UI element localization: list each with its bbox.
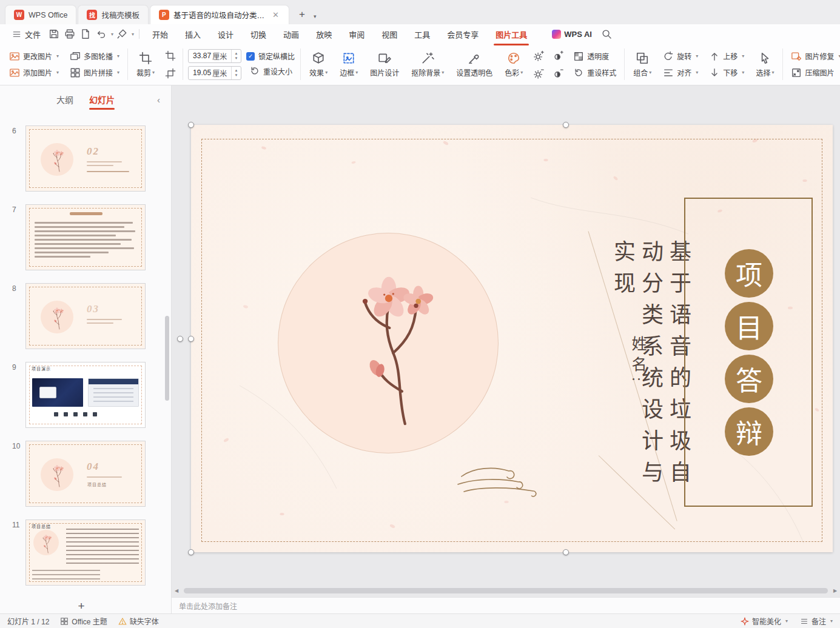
menu-tab-member[interactable]: 会员专享 [439,25,486,43]
new-tab-button[interactable]: + [294,7,310,22]
menu-tab-insert[interactable]: 插入 [177,25,209,43]
change-picture-button[interactable]: 更改图片▾ [6,50,62,63]
format-painter-dropdown-icon[interactable]: ▾ [132,32,134,37]
remove-background-button[interactable]: 抠除背景▾ [408,50,448,79]
menu-tab-transition[interactable]: 切换 [243,25,274,43]
add-slide-button[interactable]: + [0,600,163,613]
theme-button[interactable]: Office 主题 [60,616,107,626]
menu-tab-slideshow[interactable]: 放映 [308,25,340,43]
panel-scrollbar-thumb[interactable] [165,316,169,401]
undo-dropdown-icon[interactable]: ▾ [111,32,113,37]
panel-tab-outline[interactable]: 大纲 [56,93,73,105]
tab-template-doc[interactable]: 找 找稿壳模板 [78,5,149,24]
watercolor-flower-image[interactable] [315,257,463,427]
width-stepper[interactable]: ▲▼ [231,50,241,62]
undo-button[interactable] [94,27,109,41]
search-button[interactable] [599,27,614,41]
picture-design-button[interactable]: 图片设计 [366,50,403,79]
compress-picture-button[interactable]: 压缩图片 [788,66,840,79]
crop-button[interactable]: 裁剪▾ [133,50,158,79]
format-painter-button[interactable] [115,27,129,41]
notes-placeholder: 单击此处添加备注 [179,601,237,611]
selection-handle-outer-left[interactable] [177,336,183,342]
menu-tab-review[interactable]: 审阅 [341,25,372,43]
group-button[interactable]: 组合▾ [630,50,655,79]
slide-9-thumbnail[interactable]: 项目演示 [25,362,146,428]
selection-handle-bottom-left[interactable] [188,549,194,555]
horizontal-scrollbar-thumb[interactable] [184,588,828,593]
menu-tab-design[interactable]: 设计 [210,25,241,43]
slide-7-thumbnail[interactable] [25,204,146,270]
tab-list-chevron-icon[interactable]: ▾ [311,13,319,19]
height-stepper[interactable]: ▲▼ [231,67,241,79]
tab-wps-home[interactable]: W WPS Office [5,5,76,24]
tab-close-icon[interactable]: ✕ [271,10,280,19]
badge-char: 答 [736,359,762,398]
menu-tab-tools[interactable]: 工具 [406,25,438,43]
slide-title-vertical-text[interactable]: 基于语音的垃圾自动分类系统设计与实现 [608,240,692,495]
template-logo-icon: 找 [87,10,97,20]
scroll-left-arrow-icon[interactable]: ◀ [172,587,181,595]
picture-collage-button[interactable]: 图片拼接▾ [67,66,123,79]
scroll-right-arrow-icon[interactable]: ▶ [830,587,840,595]
missing-font-warning[interactable]: 缺失字体 [118,616,159,626]
menu-tab-animation[interactable]: 动画 [275,25,307,43]
send-backward-button[interactable]: 下移▾ [706,66,747,79]
multi-picture-carousel-button[interactable]: 多图轮播▾ [67,50,123,63]
picture-width-input[interactable]: 33.87厘米 ▲▼ [188,49,241,63]
border-button[interactable]: 边框▾ [336,50,361,79]
notes-bar[interactable]: 单击此处添加备注 [172,597,840,613]
slide-10-thumbnail[interactable]: 04 项目总结 [25,441,146,507]
brightness-decrease-button[interactable] [531,66,546,81]
brightness-increase-button[interactable] [531,48,546,63]
slide-number: 9 [0,362,25,428]
print-button[interactable] [62,27,77,41]
selection-handle-top-center[interactable] [563,122,569,128]
panel-tab-slides-active[interactable]: 幻灯片 [89,93,115,105]
thumb-text-line [35,239,132,241]
menu-tab-view[interactable]: 视图 [374,25,405,43]
notes-lines-icon [800,617,808,626]
menu-tab-picture-tools-active[interactable]: 图片工具 [488,25,535,43]
align-button[interactable]: 对齐▾ [660,66,701,79]
slide-editing-area[interactable]: 基于语音的垃圾自动分类系统设计与实现 姓名: 项 目 答 辩 [191,125,833,552]
select-button[interactable]: 选择▾ [752,50,778,79]
wps-ai-button[interactable]: WPS AI [552,30,592,39]
selection-handle-top-left[interactable] [188,122,194,128]
picture-height-input[interactable]: 19.05厘米 ▲▼ [188,66,241,80]
reset-style-button[interactable]: 重设样式 [570,66,619,79]
add-picture-button[interactable]: 添加图片▾ [6,66,62,79]
slide-panel: 大纲 幻灯片 ‹ 6 02 7 [0,85,172,613]
slide-canvas[interactable]: 基于语音的垃圾自动分类系统设计与实现 姓名: 项 目 答 辩 ◀ [172,85,840,597]
notes-toggle-button[interactable]: 备注 ▾ [800,616,833,626]
panel-collapse-icon[interactable]: ‹ [157,95,160,105]
contrast-increase-button[interactable] [551,48,565,63]
picture-repair-button[interactable]: 图片修复▾ [788,50,840,63]
crop-landscape-button[interactable] [163,66,178,81]
slide-thumbnail-list: 6 02 7 [0,125,163,598]
effects-button[interactable]: 效果▾ [306,50,331,79]
rotate-button[interactable]: 旋转▾ [660,50,701,63]
contrast-decrease-button[interactable] [551,66,565,81]
horizontal-scrollbar[interactable]: ◀ ▶ [172,587,840,595]
transparency-button[interactable]: 透明度 [570,50,619,63]
export-button[interactable] [78,27,93,41]
selection-handle-left-middle[interactable] [188,336,194,342]
thumb-dashed-border [29,208,142,267]
selection-handle-bottom-center[interactable] [563,549,569,555]
crop-portrait-button[interactable] [163,48,178,63]
color-button[interactable]: 色彩▾ [501,50,526,79]
save-button[interactable] [47,27,61,41]
slide-6-thumbnail[interactable]: 02 [25,125,146,192]
smart-beautify-button[interactable]: 智能美化 ▾ [741,616,788,626]
reset-size-button[interactable]: 重设大小 [246,64,295,78]
slide-8-thumbnail[interactable]: 03 [25,283,146,349]
tab-presentation-active[interactable]: P 基于语音的垃圾自动分类系统 ✕ [150,5,289,24]
bring-forward-button[interactable]: 上移▾ [706,50,747,63]
slide-name-label[interactable]: 姓名: [627,336,648,387]
set-transparent-color-button[interactable]: 设置透明色 [452,50,496,79]
menu-tab-home[interactable]: 开始 [144,25,176,43]
slide-11-thumbnail[interactable]: 项目总结 [25,519,146,586]
file-menu-button[interactable]: 文件 [7,28,45,40]
lock-aspect-ratio-checkbox[interactable]: ✓ 锁定纵横比 [246,51,295,61]
